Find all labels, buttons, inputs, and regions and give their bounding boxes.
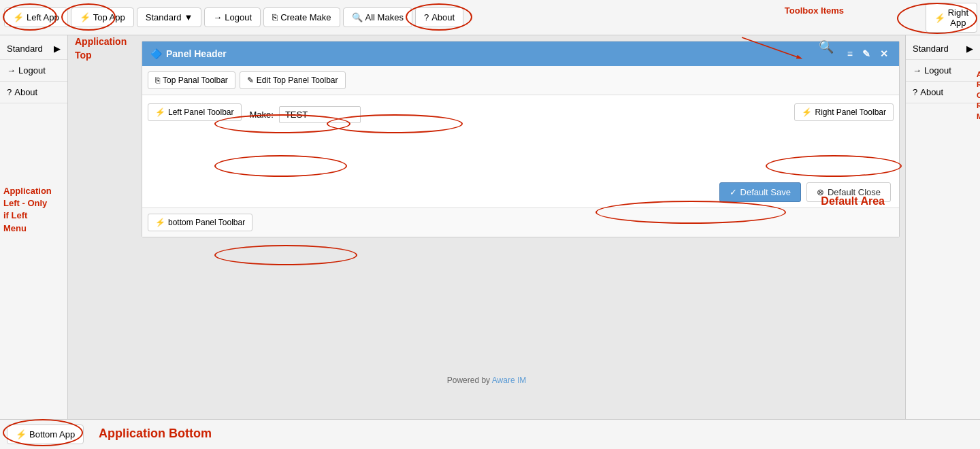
left-panel-toolbar-container: ⚡ Left Panel Toolbar [148,103,242,121]
sidebar-logout-icon: → [7,65,16,76]
right-sidebar-logout-icon: → [913,65,921,76]
left-panel-toolbar-button[interactable]: ⚡ Left Panel Toolbar [148,103,242,121]
right-panel-toolbar-container: ⚡ Right Panel Toolbar [794,103,894,121]
bolt-icon-right: ⚡ [934,13,945,23]
search-icon: 🔍 [352,12,363,22]
all-makes-button[interactable]: 🔍 All Makes [343,7,412,27]
bolt-icon-bottom: ⚡ [155,218,165,227]
center-content: ApplicationTop 🔷 Panel Header ≡ ✎ ✕ ⎘ [68,35,905,419]
default-save-label: Default Save [740,187,791,197]
about-button[interactable]: ? About [415,7,463,27]
sidebar-logout[interactable]: → Logout [0,60,67,82]
close-circle-icon: ⊗ [817,187,824,197]
panel-top-toolbar: ⎘ Top Panal Toolbar ✎ Edit Top Panel Too… [142,66,899,95]
left-app-label: Left App [27,12,59,22]
bolt-icon-left: ⚡ [155,107,165,117]
default-close-button[interactable]: ⊗ Default Close [806,182,891,202]
sidebar-standard[interactable]: Standard ▶ [0,38,67,60]
panel-edit-icon[interactable]: ✎ [860,47,873,61]
top-app-label: Top App [93,12,125,22]
edit-icon: ✎ [247,76,254,85]
bolt-icon-right-panel: ⚡ [802,107,812,117]
sidebar-standard-label: Standard [7,44,43,54]
right-app-label: RightApp [948,7,968,28]
bottom-panel-toolbar-label: bottom Panel Toolbar [168,218,245,227]
panel-header-icons: ≡ ✎ ✕ [845,47,891,61]
oval-bottom-toolbar [214,245,357,265]
question-icon: ? [424,12,429,22]
right-sidebar-standard[interactable]: Standard ▶ [906,38,980,60]
default-area: ✓ Default Save ⊗ Default Close [142,177,899,207]
sidebar-chevron-right: ▶ [54,44,61,54]
make-input[interactable] [279,106,361,123]
check-icon: ✓ [730,187,737,197]
panel-body: ⚡ Left Panel Toolbar Make: ⚡ Right Panel… [142,95,899,177]
top-panel-toolbar-button[interactable]: ⎘ Top Panal Toolbar [148,71,235,89]
copy-icon: ⎘ [272,12,278,22]
right-sidebar-logout-label: Logout [924,65,951,76]
standard-label: Standard [146,12,182,22]
edit-top-panel-toolbar-button[interactable]: ✎ Edit Top Panel Toolbar [240,71,346,89]
logout-button[interactable]: → Logout [204,7,261,27]
main-layout: Standard ▶ → Logout ? About ApplicationL… [0,35,980,419]
panel-form: Make: [247,103,789,126]
about-label: About [431,12,455,22]
create-make-label: Create Make [280,12,331,22]
panel-bottom-toolbar: ⚡ bottom Panel Toolbar [142,207,899,237]
panel: 🔷 Panel Header ≡ ✎ ✕ ⎘ Top Panal Toolbar… [142,41,900,237]
bolt-icon-2: ⚡ [80,12,91,22]
panel-header-title: Panel Header [166,48,227,59]
panel-list-icon[interactable]: ≡ [845,47,855,61]
make-label: Make: [250,110,274,120]
logout-icon: → [213,12,222,22]
toolbox-items-label: Toolbox Items [785,5,844,16]
right-sidebar: Standard ▶ → Logout ? About ApplicationR… [905,35,980,419]
copy-icon-2: ⎘ [155,76,160,85]
bolt-icon: ⚡ [13,12,24,22]
app-top-annotation: ApplicationTop [75,35,127,62]
right-app-button[interactable]: ⚡ RightApp [926,3,977,33]
create-make-button[interactable]: ⎘ Create Make [263,7,340,27]
left-sidebar: Standard ▶ → Logout ? About ApplicationL… [0,35,68,419]
left-app-button[interactable]: ⚡ Left App [4,7,68,27]
app-bottom-annotation: Application Bottom [99,427,212,441]
right-sidebar-about-label: About [920,87,943,97]
right-panel-toolbar-button[interactable]: ⚡ Right Panel Toolbar [794,103,894,121]
right-sidebar-chevron: ▶ [966,44,973,54]
sidebar-about-label: About [14,87,37,97]
bottom-bar: ⚡ Bottom App Application Bottom [0,419,980,449]
bottom-bolt-icon: ⚡ [16,429,27,439]
right-sidebar-standard-label: Standard [913,44,949,54]
search-icon-area: 🔍 [819,39,834,54]
right-sidebar-logout[interactable]: → Logout [906,60,980,82]
right-sidebar-about-icon: ? [913,87,917,97]
bottom-app-label: Bottom App [29,429,75,439]
logout-label: Logout [225,12,252,22]
aware-im-link[interactable]: Aware IM [492,376,526,385]
footer: Powered by Aware IM [447,376,527,385]
bottom-app-button[interactable]: ⚡ Bottom App [7,425,84,444]
bottom-panel-toolbar-button[interactable]: ⚡ bottom Panel Toolbar [148,214,252,231]
right-sidebar-about[interactable]: ? About [906,82,980,103]
panel-close-icon[interactable]: ✕ [877,47,891,61]
right-panel-toolbar-label: Right Panel Toolbar [815,107,886,117]
sidebar-about[interactable]: ? About [0,82,67,103]
panel-header-icon-small: 🔷 [150,48,162,59]
default-save-button[interactable]: ✓ Default Save [719,182,801,202]
app-left-annotation: ApplicationLeft - Onlyif LeftMenu [3,185,52,235]
sidebar-about-icon: ? [7,87,12,97]
left-panel-toolbar-label: Left Panel Toolbar [168,107,234,117]
top-panel-toolbar-label: Top Panal Toolbar [163,76,228,85]
sidebar-logout-label: Logout [18,65,46,76]
standard-dropdown[interactable]: Standard ▼ [137,7,202,27]
powered-by-text: Powered by [447,376,490,385]
top-app-button[interactable]: ⚡ Top App [71,7,134,27]
chevron-down-icon: ▼ [184,12,193,22]
edit-top-panel-toolbar-label: Edit Top Panel Toolbar [257,76,338,85]
panel-header: 🔷 Panel Header ≡ ✎ ✕ [142,41,899,66]
all-makes-label: All Makes [365,12,404,22]
default-close-label: Default Close [828,187,881,197]
top-nav: ⚡ Left App ⚡ Top App Standard ▼ → Logout… [0,0,980,35]
